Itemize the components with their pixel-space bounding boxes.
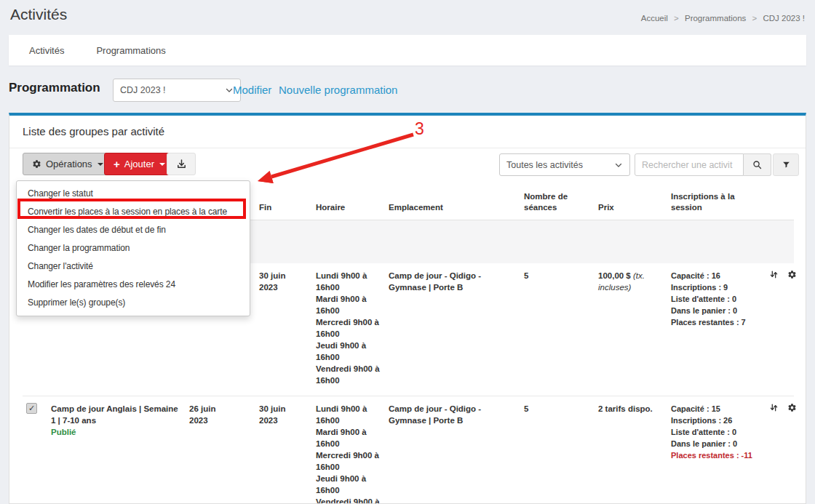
cell-prix: 100,00 $ (tx. incluses) [595, 263, 667, 396]
search-icon [752, 159, 763, 170]
filter-icon [782, 160, 791, 169]
operations-button[interactable]: Opérations [23, 153, 113, 175]
panel-title: Liste des groupes par activité [23, 125, 164, 137]
cell-horaire: Lundi 9h00 à 16h00 Mardi 9h00 à 16h00 Me… [312, 263, 385, 396]
cell-name: Camp de jour Anglais | Semaine 1 | 7-10 … [47, 396, 186, 504]
download-icon [176, 159, 187, 169]
divider [9, 148, 806, 148]
cell-emplacement: Camp de jour - Qidigo - Gymnase | Porte … [385, 396, 520, 504]
cell-seances: 5 [520, 396, 595, 504]
places-restantes: Places restantes : -11 [671, 449, 758, 461]
programmation-select[interactable]: CDJ 2023 ! [113, 79, 241, 102]
places-restantes: Places restantes : 7 [671, 316, 758, 328]
row-checkbox[interactable] [26, 403, 37, 414]
cell-seances: 5 [520, 263, 595, 396]
menu-item-convertir-places[interactable]: Convertir les places à la session en pla… [17, 203, 250, 221]
breadcrumb-home[interactable]: Accueil [641, 14, 668, 23]
menu-item-changer-statut[interactable]: Changer le statut [17, 185, 250, 203]
search-input[interactable] [635, 153, 744, 176]
col-seances: Nombre de séances [520, 186, 595, 220]
col-fin: Fin [255, 186, 312, 220]
cell-inscriptions: Capacité : 15 Inscriptions : 26 Liste d'… [667, 396, 759, 504]
modify-link[interactable]: Modifier [233, 84, 271, 96]
plus-icon: + [114, 159, 120, 169]
menu-item-changer-activite[interactable]: Changer l'activité [17, 257, 250, 276]
col-prix: Prix [595, 186, 667, 220]
col-inscriptions: Inscriptions à la session [667, 186, 759, 220]
page: Activités Accueil > Programmations > CDJ… [0, 0, 815, 504]
cell-fin: 30 juin 2023 [259, 403, 297, 426]
menu-item-supprimer-groupes[interactable]: Supprimer le(s) groupe(s) [17, 294, 250, 312]
breadcrumb-separator: > [752, 14, 758, 23]
tab-programmations[interactable]: Programmations [84, 45, 177, 56]
add-button-label: Ajouter [124, 159, 154, 169]
col-actions [759, 186, 794, 220]
tab-activites[interactable]: Activités [17, 45, 76, 56]
search-button[interactable] [744, 153, 771, 176]
cell-horaire: Lundi 9h00 à 16h00 Mardi 9h00 à 16h00 Me… [312, 396, 385, 504]
page-title: Activités [10, 6, 67, 23]
status-badge: Publié [51, 426, 184, 438]
caret-down-icon [159, 163, 165, 166]
add-button[interactable]: + Ajouter [104, 153, 175, 175]
menu-item-changer-dates[interactable]: Changer les dates de début et de fin [17, 221, 250, 239]
gear-icon[interactable] [787, 270, 797, 282]
activities-filter-select[interactable]: Toutes les activités [499, 153, 630, 176]
programmation-label: Programmation [9, 81, 100, 95]
activities-filter-value: Toutes les activités [506, 160, 583, 170]
cell-prix: 2 tarifs dispo. [595, 396, 667, 504]
cell-debut: 26 juin 2023 [189, 403, 227, 426]
cell-emplacement: Camp de jour - Qidigo - Gymnase | Porte … [385, 263, 520, 396]
filter-button[interactable] [773, 153, 799, 176]
tab-bar: Activités Programmations [9, 35, 806, 65]
cell-fin: 30 juin 2023 [259, 270, 297, 293]
table-row: Camp de jour Anglais | Semaine 1 | 7-10 … [23, 396, 794, 504]
breadcrumb: Accueil > Programmations > CDJ 2023 ! [641, 14, 805, 23]
cell-inscriptions: Capacité : 16 Inscriptions : 9 Liste d'a… [667, 263, 759, 396]
operations-button-label: Opérations [46, 159, 92, 169]
breadcrumb-separator: > [674, 14, 679, 23]
new-programmation-link[interactable]: Nouvelle programmation [279, 84, 397, 96]
operations-dropdown-menu: Changer le statut Convertir les places à… [16, 180, 250, 316]
export-button[interactable] [167, 153, 196, 175]
col-emplacement: Emplacement [385, 186, 520, 220]
gear-icon[interactable] [787, 403, 797, 415]
programmation-select-value: CDJ 2023 ! [120, 85, 166, 95]
breadcrumb-current: CDJ 2023 ! [763, 14, 805, 23]
menu-item-changer-programmation[interactable]: Changer la programmation [17, 239, 250, 257]
sort-icon[interactable] [769, 270, 779, 282]
sort-icon[interactable] [769, 403, 779, 415]
breadcrumb-programmations[interactable]: Programmations [685, 14, 746, 23]
chevron-down-icon [614, 161, 623, 169]
menu-item-modifier-releves[interactable]: Modifier les paramètres des relevés 24 [17, 276, 250, 294]
col-horaire: Horaire [312, 186, 385, 220]
annotation-step-number: 3 [415, 119, 424, 139]
caret-down-icon [98, 163, 103, 166]
gear-icon [32, 159, 41, 169]
